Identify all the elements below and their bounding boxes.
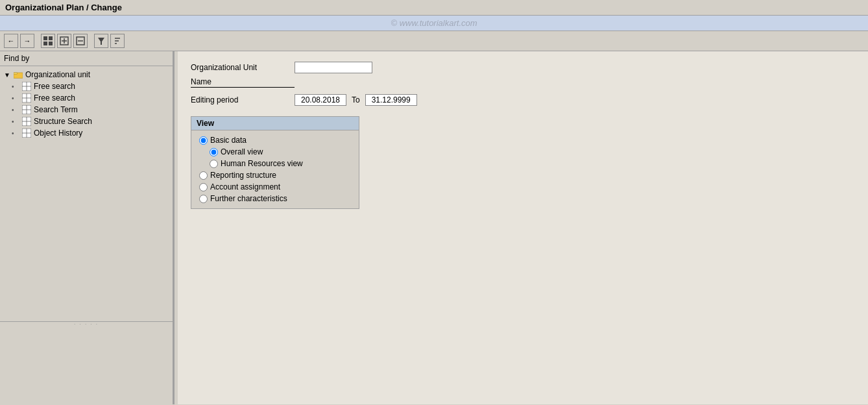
tree-item-structure-search[interactable]: • Structure Search — [3, 116, 170, 127]
overview-button[interactable] — [41, 34, 55, 48]
tree-item-search-term[interactable]: • Search Term — [3, 104, 170, 116]
expand-button[interactable] — [57, 34, 71, 48]
tree-item-label: Structure Search — [34, 117, 92, 126]
page-title: Organizational Plan / Change — [5, 3, 122, 12]
tree-expand-icon: ▼ — [4, 71, 12, 79]
date-to-input[interactable] — [365, 94, 417, 106]
search-grid-icon-1 — [21, 81, 32, 92]
radio-overall-label: Overall view — [221, 147, 263, 156]
collapse-button[interactable] — [73, 34, 88, 48]
toolbar: ← → — [0, 31, 868, 51]
content-panel: Organizational Unit Name Editing period … — [178, 51, 868, 404]
tree-item-label: Search Term — [34, 105, 78, 114]
filter-button[interactable] — [94, 34, 108, 48]
editing-period-label: Editing period — [191, 95, 295, 104]
view-group-title: View — [191, 117, 359, 130]
left-panel: Find by ▼ Organizational unit • — [0, 51, 174, 404]
bullet-icon: • — [12, 106, 19, 114]
radio-hr-view[interactable]: Human Resources view — [210, 159, 351, 168]
radio-reporting-label: Reporting structure — [210, 171, 276, 180]
main-container: Find by ▼ Organizational unit • — [0, 51, 868, 404]
radio-reporting-input[interactable] — [199, 171, 208, 180]
bullet-icon: • — [12, 83, 19, 90]
panel-divider: · · · · · — [0, 321, 173, 326]
tree-item-label: Free search — [34, 93, 75, 103]
date-from-input[interactable] — [295, 94, 346, 106]
bullet-icon: • — [12, 95, 19, 102]
search-grid-icon-2 — [21, 93, 32, 103]
search-grid-icon-4 — [21, 116, 32, 127]
view-group: View Basic data Overall view — [191, 116, 359, 209]
org-unit-input[interactable] — [295, 62, 372, 73]
sort-button[interactable] — [110, 34, 125, 48]
org-unit-row: Organizational Unit — [191, 62, 855, 73]
name-row: Name — [191, 77, 855, 88]
svg-rect-2 — [43, 42, 47, 45]
folder-icon — [13, 69, 23, 80]
to-label: To — [352, 95, 360, 104]
svg-rect-14 — [14, 73, 17, 75]
radio-overall-input[interactable] — [210, 148, 218, 156]
forward-button[interactable]: → — [20, 34, 34, 48]
svg-rect-1 — [49, 36, 53, 40]
radio-hr-input[interactable] — [210, 160, 218, 168]
bullet-icon: • — [12, 118, 19, 125]
tree-area: ▼ Organizational unit • — [0, 66, 173, 321]
search-grid-icon-5 — [21, 128, 32, 138]
tree-item-label: Free search — [34, 82, 75, 91]
radio-further[interactable]: Further characteristics — [199, 194, 351, 203]
radio-hr-label: Human Resources view — [221, 159, 303, 168]
radio-further-input[interactable] — [199, 195, 208, 203]
radio-basic-input[interactable] — [199, 136, 208, 145]
tree-item-object-history[interactable]: • Object History — [3, 127, 170, 139]
radio-further-label: Further characteristics — [210, 194, 287, 203]
back-button[interactable]: ← — [4, 34, 18, 48]
view-group-content: Basic data Overall view Human Resources … — [191, 130, 359, 208]
radio-basic-data[interactable]: Basic data — [199, 136, 351, 145]
radio-account[interactable]: Account assignment — [199, 182, 351, 191]
radio-group: Basic data Overall view Human Resources … — [199, 136, 351, 203]
svg-marker-9 — [98, 38, 104, 45]
radio-overall-view[interactable]: Overall view — [210, 147, 351, 156]
tree-item-free-search-2[interactable]: • Free search — [3, 92, 170, 104]
radio-account-label: Account assignment — [210, 182, 280, 191]
svg-rect-0 — [43, 36, 47, 40]
svg-rect-3 — [49, 42, 53, 45]
editing-period-row: Editing period To — [191, 94, 855, 106]
search-grid-icon-3 — [21, 104, 32, 115]
bullet-icon: • — [12, 130, 19, 137]
tree-item-label: Object History — [34, 129, 82, 138]
tree-root-label: Organizational unit — [25, 70, 90, 79]
radio-account-input[interactable] — [199, 183, 208, 191]
watermark-bar: © www.tutorialkart.com — [0, 16, 868, 31]
tree-item-free-search-1[interactable]: • Free search — [3, 80, 170, 92]
org-unit-label: Organizational Unit — [191, 63, 295, 72]
radio-reporting[interactable]: Reporting structure — [199, 171, 351, 180]
radio-basic-label: Basic data — [210, 136, 247, 145]
find-by-label: Find by — [0, 51, 173, 66]
title-bar: Organizational Plan / Change — [0, 0, 868, 16]
watermark-text: © www.tutorialkart.com — [391, 18, 477, 28]
tree-root[interactable]: ▼ Organizational unit — [3, 69, 170, 80]
name-label: Name — [191, 77, 295, 88]
